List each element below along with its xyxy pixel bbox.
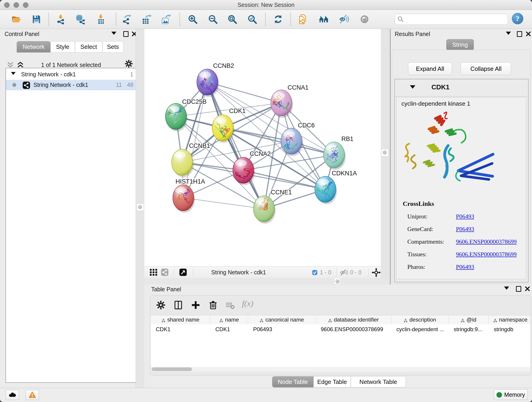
hidden-eye-slash-icon[interactable] <box>340 269 349 277</box>
close-panel-icon[interactable] <box>525 286 531 292</box>
tab-edge-table[interactable]: Edge Table <box>313 376 351 387</box>
birds-eye-crosshair-icon[interactable] <box>372 268 381 278</box>
column-header-name[interactable]: name <box>210 315 248 325</box>
horizontal-splitter[interactable] <box>144 278 390 285</box>
grid-view-icon[interactable] <box>149 269 158 277</box>
zoom-fit-button[interactable] <box>226 13 239 26</box>
apply-layout-button[interactable] <box>272 13 285 26</box>
collapse-panel-icon[interactable] <box>506 32 512 38</box>
network-view-share-icon[interactable] <box>161 268 169 277</box>
node-table-container: f(x) shared namenamecanonical namedataba… <box>150 295 531 375</box>
column-header-namespace[interactable]: namespace <box>489 315 530 325</box>
network-row-selected[interactable]: String Network - cdk1 11 48 <box>6 80 137 90</box>
network-view-canvas[interactable]: CCNB2CCNA1CDC25BCDK1CDC6RB1CCNB1CCNA2CDK… <box>144 29 381 266</box>
table-header-row[interactable]: shared namenamecanonical namedatabase id… <box>151 315 530 325</box>
float-panel-icon[interactable] <box>123 31 129 37</box>
crosslink-value-link[interactable]: 9606.ENSP00000378699 <box>456 248 517 261</box>
zoom-in-button[interactable] <box>186 13 199 26</box>
node-CCNB2[interactable]: CCNB2 <box>197 62 234 97</box>
column-header-description[interactable]: description <box>391 315 449 325</box>
tab-node-table[interactable]: Node Table <box>272 376 313 387</box>
zoom-selected-button[interactable] <box>246 13 259 26</box>
export-image-button[interactable] <box>160 13 173 26</box>
protein-section-header[interactable]: CDK1 <box>395 79 528 96</box>
collapse-panel-icon[interactable] <box>504 287 510 293</box>
import-network-file-button[interactable] <box>54 13 68 26</box>
table-horizontal-scrollbar[interactable] <box>151 367 530 371</box>
crosslink-value-link[interactable]: 9606.ENSP00000378699 <box>456 235 517 248</box>
selected-node-edge-counts: 1 - 0 <box>320 267 331 278</box>
search-input[interactable] <box>405 15 505 23</box>
crosslink-value-link[interactable]: P06493 <box>456 210 474 223</box>
tab-string[interactable]: String <box>446 39 474 51</box>
collapse-panel-icon[interactable] <box>111 32 117 38</box>
table-cell[interactable]: stringdb <box>489 324 530 334</box>
create-column-button[interactable] <box>189 299 202 312</box>
edge-HIST1H1A-CCNE1[interactable] <box>183 198 264 209</box>
table-cell[interactable]: CDK1 <box>210 324 248 334</box>
float-panel-icon[interactable] <box>516 286 522 292</box>
table-settings-button[interactable] <box>154 299 167 312</box>
delete-column-button[interactable] <box>207 299 220 312</box>
table-cell[interactable]: P06493 <box>248 324 316 334</box>
collapse-all-button[interactable]: Collapse All <box>461 62 511 75</box>
right-splitter-handle[interactable] <box>381 149 389 156</box>
import-table-button[interactable] <box>94 13 108 26</box>
help-button[interactable]: ? <box>512 13 523 24</box>
table-body[interactable]: CDK1CDK1P064939606.ENSP00000378699cyclin… <box>151 324 530 371</box>
detach-view-icon[interactable] <box>179 268 187 277</box>
cloud-status-button[interactable] <box>6 390 19 400</box>
tab-select[interactable]: Select <box>75 41 102 52</box>
network-collection-row[interactable]: String Network - cdk1 1 <box>6 69 137 80</box>
table-cell[interactable]: stringdb:9... <box>449 324 489 334</box>
first-neighbors-button[interactable] <box>297 13 310 26</box>
scrollbar-thumb[interactable] <box>152 367 192 371</box>
edge-CCNA2-CDKN1A[interactable] <box>243 170 325 189</box>
graphics-details-button[interactable] <box>317 13 330 26</box>
node-CDKN1A[interactable]: CDKN1A <box>315 170 357 204</box>
export-table-button[interactable] <box>140 13 153 26</box>
export-network-button[interactable] <box>121 13 134 26</box>
tab-network-table[interactable]: Network Table <box>351 376 406 387</box>
edge-CCNB2-CCNE1[interactable] <box>207 82 264 209</box>
equation-builder-icon[interactable]: f(x) <box>242 299 253 308</box>
import-network-database-button[interactable] <box>74 13 87 26</box>
node-HIST1H1A[interactable]: HIST1H1A <box>173 178 205 213</box>
tab-network[interactable]: Network <box>17 41 51 52</box>
node-RB1[interactable]: RB1 <box>323 135 354 170</box>
network-options-gear-icon[interactable] <box>125 60 133 69</box>
tree-expander-icon[interactable] <box>11 72 16 75</box>
tab-style[interactable]: Style <box>51 41 75 52</box>
warnings-button[interactable] <box>26 390 39 400</box>
column-header-canonical-name[interactable]: canonical name <box>248 315 316 325</box>
hide-selected-button[interactable] <box>337 13 351 26</box>
crosslink-value-link[interactable]: P06493 <box>456 223 474 235</box>
open-session-button[interactable] <box>10 13 23 26</box>
crosslink-value-link[interactable]: P06493 <box>456 261 474 273</box>
selected-checkbox-icon[interactable] <box>312 270 317 276</box>
tab-sets[interactable]: Sets <box>102 41 123 52</box>
memory-button[interactable]: Memory <box>494 389 528 400</box>
node-CCNA2[interactable]: CCNA2 <box>233 150 271 185</box>
node-CCNA1[interactable]: CCNA1 <box>271 84 309 118</box>
left-splitter-handle[interactable] <box>137 204 144 211</box>
node-CCNE1[interactable]: CCNE1 <box>253 189 292 224</box>
show-all-button[interactable] <box>358 13 371 26</box>
table-cell[interactable]: CDK1 <box>151 324 210 334</box>
column-header-database-identifier[interactable]: database identifier <box>316 315 391 325</box>
column-header--id[interactable]: @id <box>449 315 489 325</box>
delete-table-button[interactable] <box>224 299 236 312</box>
zoom-out-button[interactable] <box>206 13 220 26</box>
table-row[interactable]: CDK1CDK1P064939606.ENSP00000378699cyclin… <box>151 324 530 334</box>
close-panel-icon[interactable] <box>526 31 532 37</box>
table-cell[interactable]: cyclin-dependent ... <box>391 324 449 334</box>
horizontal-splitter-handle[interactable] <box>334 278 341 284</box>
show-columns-button[interactable] <box>172 299 185 312</box>
left-splitter[interactable] <box>136 29 145 388</box>
expand-all-button[interactable]: Expand All <box>408 62 452 75</box>
section-expander-icon[interactable] <box>410 85 415 89</box>
column-header-shared-name[interactable]: shared name <box>151 315 210 325</box>
table-cell[interactable]: 9606.ENSP00000378699 <box>316 324 391 334</box>
float-panel-icon[interactable] <box>517 31 523 37</box>
save-session-button[interactable] <box>30 13 43 26</box>
